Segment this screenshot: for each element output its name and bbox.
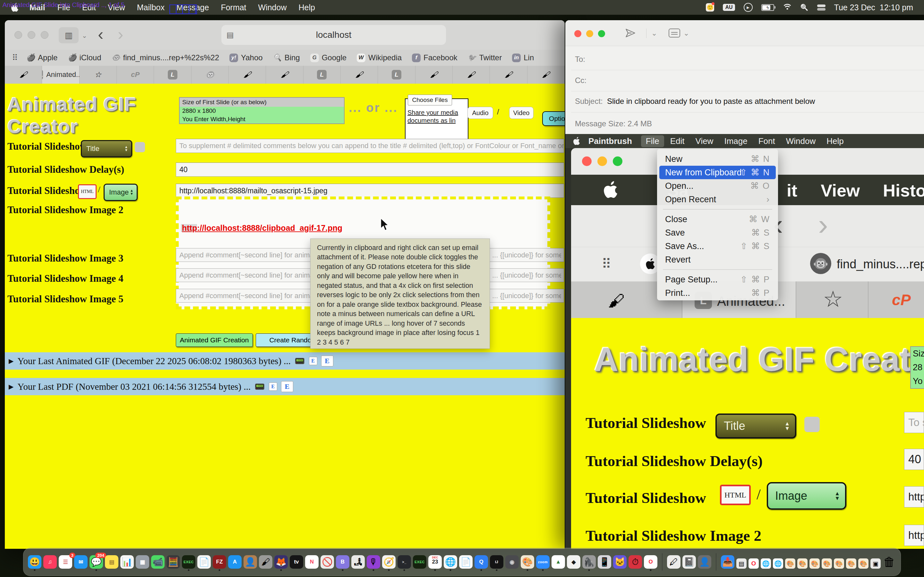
minimize-button[interactable] [27,31,35,39]
color-swatch[interactable] [135,142,145,152]
battery-icon[interactable]: ϟ [761,4,774,11]
filezilla[interactable]: FZ [213,555,226,569]
exec-terminal[interactable]: EXEC [182,555,195,569]
zoom-button[interactable] [598,30,605,37]
bookmark-item[interactable]: 🐦 Twitter [468,53,502,62]
minimize-button[interactable] [586,30,593,37]
browser-tab[interactable]: L [154,66,191,84]
format-chevron-icon[interactable]: ⌄ [683,29,689,37]
mail-icon-small[interactable]: E [269,382,277,391]
browser-tab[interactable]: L Animated... [42,66,79,84]
size-box-value[interactable]: 2880 x 1800 [180,107,344,115]
gorilla-app[interactable]: 🦍 [582,555,596,569]
browser-tab[interactable]: 🖌 [453,66,490,84]
finder-window-thumb[interactable]: ▣ [871,558,881,569]
contacts[interactable]: 👤 [244,555,257,569]
paintbrush-window-thumb-7[interactable]: 🎨 [858,558,869,569]
chrome-window-thumb-2[interactable]: 🌐 [773,558,783,569]
music[interactable]: ♫ [43,555,57,569]
clipboard-image-link[interactable]: http://localhost:8888/clipboad_agif-17.p… [181,223,343,233]
browser-tab[interactable]: 🖌 [415,66,453,84]
chrome-window-thumb[interactable]: 🌐 [761,558,771,569]
browser-tab[interactable]: 🖌 [229,66,266,84]
bookmark-item[interactable]: 🐵 find_minus....rep+%22s%22 [111,53,219,62]
cat-app[interactable]: 🐱 [613,555,627,569]
image-select[interactable]: Image ▲▼ [103,184,137,201]
title-select[interactable]: Title ▲▼ [81,140,132,157]
video-button[interactable]: Video [509,107,533,119]
messages[interactable]: 💬 204 [89,555,103,569]
paintbrush[interactable]: 🎨 [521,555,534,569]
to-field[interactable]: To: [575,55,585,64]
chart-app[interactable]: 📊 [120,555,134,569]
sidebar-toggle-icon[interactable]: ▥ [59,27,79,43]
terminal[interactable]: >_ [397,555,411,569]
bookmark-item[interactable]: W Wikipedia [357,53,402,62]
delay-input[interactable]: 40 [176,163,564,177]
browser-tab[interactable]: 🖌 [490,66,527,84]
animated-gif-creation-button[interactable]: Animated GIF Creation [176,334,253,347]
bookmark-item[interactable]: y! Yahoo [229,53,263,62]
blocked-app[interactable]: 🚫 [320,555,334,569]
bookmark-item[interactable]: 🍎 iCloud [68,53,101,62]
firefox[interactable]: 🦊 [274,555,288,569]
chrome[interactable]: 🌐 [444,555,457,569]
last-pdf-row[interactable]: ▶ Your Last PDF (November 03 2021 06:14:… [5,378,565,395]
launchpad[interactable]: ▦ [136,555,149,569]
pager-icon[interactable]: 📟 [254,382,265,392]
attachment-image[interactable]: Paintbrush FileEditViewImageFontWindowHe… [565,134,924,549]
bookmark-item[interactable]: 🍎 Apple [26,53,57,62]
send-chevron-icon[interactable]: ⌄ [651,29,657,37]
option-button[interactable]: Option [542,111,565,126]
exec-terminal-2[interactable]: EXEC [413,555,426,569]
favorites-grid-icon[interactable]: ⠿ [12,53,17,63]
finder[interactable]: 😃 [28,555,41,569]
zoom[interactable]: zoom [536,555,549,569]
disclosure-triangle-icon[interactable]: ▶ [9,357,13,365]
accessibility-app[interactable]: 👤 [698,555,711,569]
address-bar[interactable]: ▤ localhost [221,25,446,45]
browser-tab[interactable]: 🖌 [5,66,42,84]
menu-item[interactable]: Window [258,3,287,12]
subject-text[interactable]: Slide in clipboard ready for you to past… [607,97,815,106]
notes[interactable]: ▤ [105,555,118,569]
mail-icon-small[interactable]: E [309,357,317,365]
photos[interactable]: 🏞 [351,555,365,569]
bookmark-item[interactable]: G Google [310,53,347,62]
browser-tab[interactable]: 🖌 [266,66,303,84]
opera[interactable]: O [644,555,657,569]
menu-item[interactable]: Help [298,3,315,12]
choose-files-button[interactable]: Choose Files [408,95,452,105]
browser-tab[interactable]: L [378,66,415,84]
calendar[interactable]: 23 [428,555,442,569]
paintbrush-window-thumb-6[interactable]: 🎨 [846,558,856,569]
terminal-window-thumb[interactable]: ▤ [736,558,746,569]
inkscape[interactable]: ◆ [567,555,580,569]
browser-tab[interactable]: 🖌 [527,66,565,84]
disclosure-triangle-icon[interactable]: ▶ [9,383,13,390]
bbedit[interactable]: B [336,555,349,569]
apple-tv[interactable]: tv [290,555,303,569]
downloads[interactable]: 📥 [721,555,734,569]
paintbrush-window-thumb-5[interactable]: 🎨 [834,558,844,569]
wifi-icon[interactable] [783,4,792,11]
browser-tab[interactable]: L [304,66,341,84]
reminders[interactable]: ☰ 3 [59,555,72,569]
paintbrush-window-thumb-1[interactable]: 🎨 [785,558,795,569]
format-icon[interactable] [669,29,680,37]
paintbrush-window-thumb-4[interactable]: 🎨 [822,558,832,569]
prism-app[interactable]: ▲ [551,555,565,569]
close-button[interactable] [574,30,582,37]
gimp[interactable]: 🖌 [259,555,272,569]
size-box[interactable]: Size of First Slide (or as below) 2880 x… [179,97,344,124]
gauge-app[interactable]: ⏱ [628,555,642,569]
zoom-button[interactable] [41,31,48,39]
calculator[interactable]: 🧮 [166,555,180,569]
opera-window-thumb[interactable]: O [748,558,759,569]
trash[interactable]: 🗑 [883,555,896,569]
mail-icon[interactable]: E [281,381,293,392]
bookmark-item[interactable]: f Facebook [412,53,457,62]
reader-icon[interactable]: ▤ [226,31,234,39]
journal-app[interactable]: 📓 [682,555,696,569]
app-store[interactable]: A [228,555,242,569]
